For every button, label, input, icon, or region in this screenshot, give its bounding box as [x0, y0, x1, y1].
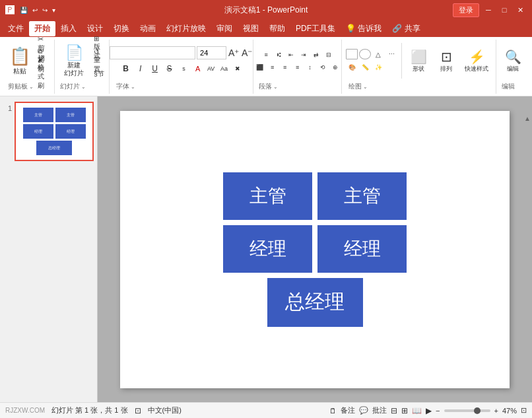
- thumb-box-4: 经理: [55, 124, 86, 139]
- find-button[interactable]: 🔍 编辑: [499, 44, 527, 77]
- fit-page-icon[interactable]: ⊡: [135, 406, 141, 415]
- notes-label[interactable]: 备注: [341, 405, 355, 415]
- line-color-btn[interactable]: 📏: [359, 62, 371, 73]
- menu-animations[interactable]: 动画: [135, 21, 161, 36]
- minimize-button[interactable]: ─: [482, 3, 495, 17]
- find-icon: 🔍: [505, 49, 521, 65]
- shape-jing-li-2[interactable]: 经理: [317, 225, 407, 273]
- menu-share[interactable]: 🔗 共享: [387, 21, 425, 36]
- shape-zhu-guan-2[interactable]: 主管: [317, 172, 407, 220]
- customize-quick-btn[interactable]: ▾: [51, 5, 57, 15]
- quick-style-icon: ⚡: [469, 49, 485, 65]
- notes-icon[interactable]: 🗒: [329, 407, 337, 415]
- list-num-btn[interactable]: ⑆: [273, 50, 284, 60]
- font-color-btn[interactable]: A: [192, 63, 204, 74]
- normal-view-btn[interactable]: ⊟: [391, 406, 397, 415]
- menu-transitions[interactable]: 切换: [108, 21, 135, 36]
- menu-file[interactable]: 文件: [3, 21, 29, 36]
- menu-pdf[interactable]: PDF工具集: [290, 21, 341, 36]
- reset-button[interactable]: ↺重置: [92, 55, 106, 67]
- align-center-btn[interactable]: ≡: [267, 62, 279, 73]
- col-btn[interactable]: ⊟: [323, 50, 335, 60]
- menu-tell-me[interactable]: 💡 告诉我: [341, 21, 387, 36]
- section-button[interactable]: §节: [92, 68, 106, 80]
- line-spacing-btn[interactable]: ↕: [304, 62, 316, 73]
- rtl-btn[interactable]: ⇄: [310, 50, 322, 60]
- drawing-expand-icon[interactable]: ⌄: [363, 84, 368, 90]
- font-increase-btn[interactable]: A⁺: [228, 48, 240, 58]
- close-button[interactable]: ✕: [514, 3, 527, 17]
- login-button[interactable]: 登录: [453, 3, 479, 17]
- shape-zhu-guan-1[interactable]: 主管: [223, 172, 312, 220]
- menu-insert[interactable]: 插入: [55, 21, 82, 36]
- justify-btn[interactable]: ≡: [292, 62, 304, 73]
- zoom-slider[interactable]: [444, 409, 490, 412]
- paragraph-label: 段落 ⌄: [256, 81, 339, 92]
- strikethrough-button[interactable]: S: [163, 63, 176, 75]
- arrange-label: 排列: [440, 65, 452, 73]
- menu-help[interactable]: 帮助: [264, 21, 290, 36]
- text-dir-btn[interactable]: ⟲: [317, 62, 329, 73]
- zoom-out-btn[interactable]: −: [436, 407, 440, 415]
- zoom-thumb[interactable]: [474, 407, 481, 414]
- shadow-button[interactable]: s: [178, 63, 191, 75]
- underline-button[interactable]: U: [149, 63, 162, 75]
- font-decrease-btn[interactable]: A⁻: [241, 48, 253, 58]
- shape-1-btn[interactable]: [346, 49, 358, 59]
- present-btn[interactable]: ▶: [426, 406, 432, 415]
- save-quick-btn[interactable]: 💾: [18, 5, 29, 15]
- menu-slideshow[interactable]: 幻灯片放映: [161, 21, 211, 36]
- font-case-btn[interactable]: Aa: [218, 63, 230, 74]
- shape-button[interactable]: ⬜ 形状: [406, 44, 431, 77]
- font-size-input[interactable]: [197, 46, 226, 59]
- slide-thumbnail[interactable]: 主管 主管 经理 经理 总经理: [15, 102, 94, 161]
- menu-view[interactable]: 视图: [238, 21, 264, 36]
- zoom-level[interactable]: 47%: [502, 407, 517, 415]
- undo-quick-btn[interactable]: ↩: [31, 5, 39, 15]
- shape-2-btn[interactable]: [359, 49, 371, 59]
- comments-label[interactable]: 批注: [372, 405, 387, 415]
- clipboard-expand-icon[interactable]: ⌄: [29, 84, 34, 90]
- arrange-button[interactable]: ⊡ 排列: [434, 44, 459, 77]
- font-family-input[interactable]: [110, 46, 195, 59]
- menu-design[interactable]: 设计: [82, 21, 108, 36]
- comments-icon[interactable]: 💬: [359, 406, 368, 415]
- menu-review[interactable]: 审阅: [211, 21, 238, 36]
- shape-effects-btn[interactable]: ✨: [372, 62, 384, 73]
- align-right-btn[interactable]: ≡: [279, 62, 291, 73]
- editing-label: 编辑: [507, 65, 519, 73]
- ribbon-collapse-btn[interactable]: ▲: [524, 115, 531, 122]
- indent-more-btn[interactable]: ⇥: [298, 50, 310, 60]
- list-bullet-btn[interactable]: ≡: [260, 50, 272, 60]
- format-copy-button[interactable]: 🖌 格式刷: [36, 67, 50, 79]
- italic-button[interactable]: I: [134, 63, 147, 75]
- quick-style-button[interactable]: ⚡ 快速样式: [461, 44, 492, 77]
- new-slide-icon: 📄: [65, 44, 83, 61]
- align-left-btn[interactable]: ⬛: [254, 62, 266, 73]
- paragraph-expand-icon[interactable]: ⌄: [273, 84, 278, 90]
- shape-more-btn[interactable]: ⋯: [385, 49, 397, 59]
- redo-quick-btn[interactable]: ↪: [41, 5, 49, 15]
- shape-3-btn[interactable]: △: [372, 49, 384, 59]
- shape-jing-li-1[interactable]: 经理: [223, 225, 312, 273]
- char-spacing-btn[interactable]: AV: [205, 63, 217, 74]
- fill-color-btn[interactable]: 🎨: [346, 62, 358, 73]
- font-expand-icon[interactable]: ⌄: [131, 84, 135, 90]
- fit-window-btn[interactable]: ⊡: [521, 406, 527, 415]
- outline-view-btn[interactable]: ⊞: [401, 406, 408, 415]
- indent-less-btn[interactable]: ⇤: [285, 50, 297, 60]
- paste-button[interactable]: 📋 粘贴: [5, 44, 34, 79]
- ribbon: 📋 粘贴 ✂ 剪切 ⧉ 复制 🖌 格式刷 剪贴板 ⌄ 📄 新建幻灯片: [0, 37, 532, 96]
- clear-format-btn[interactable]: ✖: [232, 63, 244, 74]
- menu-home[interactable]: 开始: [29, 21, 55, 36]
- smartart-btn[interactable]: ⊕: [329, 62, 341, 73]
- reading-view-btn[interactable]: 📖: [412, 406, 422, 415]
- slides-expand-icon[interactable]: ⌄: [81, 84, 86, 90]
- para-row-1: ≡ ⑆ ⇤ ⇥ ⇄ ⊟: [260, 50, 335, 60]
- zoom-in-btn[interactable]: +: [494, 407, 498, 415]
- shape-zong-jing-li[interactable]: 总经理: [267, 278, 363, 327]
- bold-button[interactable]: B: [119, 63, 133, 75]
- maximize-button[interactable]: □: [498, 3, 511, 17]
- new-slide-button[interactable]: 📄 新建幻灯片: [57, 42, 90, 80]
- slide-canvas[interactable]: 主管 主管 经理 经理 总经理: [120, 111, 510, 388]
